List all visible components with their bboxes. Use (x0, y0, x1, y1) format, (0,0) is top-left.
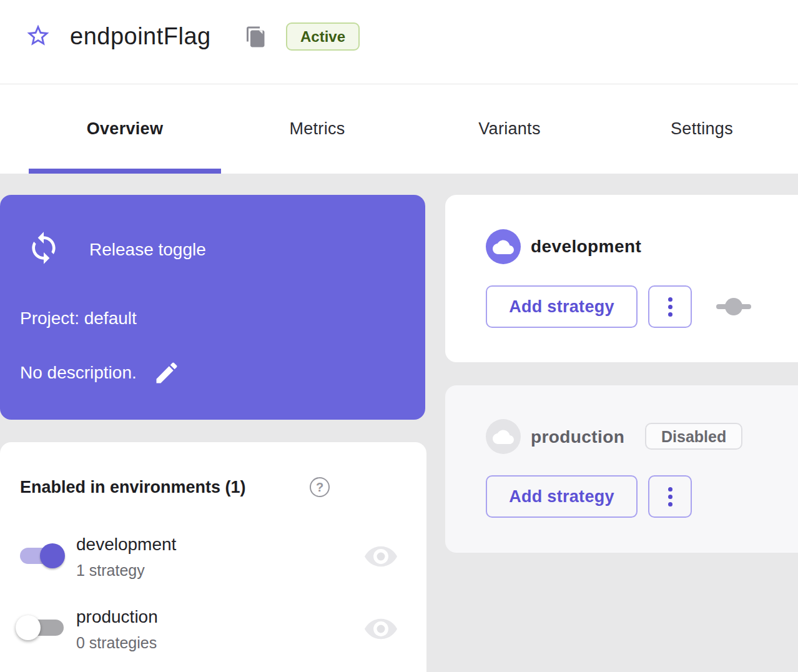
environment-name: development (531, 235, 641, 258)
tab-variants[interactable]: Variants (413, 84, 606, 174)
tab-bar: Overview Metrics Variants Settings (0, 84, 798, 174)
tab-settings[interactable]: Settings (606, 84, 798, 174)
tab-metrics[interactable]: Metrics (221, 84, 413, 174)
flag-summary-card: Release toggle Project: default No descr… (0, 195, 425, 420)
add-strategy-button-production[interactable]: Add strategy (486, 475, 638, 518)
environment-menu-button-development[interactable] (648, 285, 692, 328)
toggle-row-name: development (76, 533, 176, 556)
environment-card-production: production Disabled Add strategy (445, 385, 798, 553)
description-label: No description. (20, 362, 137, 384)
strategy-slider-icon (716, 298, 751, 315)
enabled-environments-card: Enabled in environments (1) ? developmen… (0, 442, 426, 672)
add-strategy-button-development[interactable]: Add strategy (486, 285, 638, 328)
flag-type-label: Release toggle (89, 239, 206, 261)
tab-metrics-label: Metrics (289, 119, 345, 139)
tab-settings-label: Settings (671, 119, 733, 139)
pencil-icon (153, 359, 180, 387)
tab-overview[interactable]: Overview (29, 84, 221, 174)
environment-name: production (531, 426, 624, 448)
tab-overview-label: Overview (87, 119, 163, 139)
enabled-environments-title: Enabled in environments (1) (20, 475, 246, 500)
kebab-icon (668, 487, 672, 492)
kebab-icon (668, 297, 672, 302)
project-label: Project: default (20, 307, 137, 330)
environment-card-development: development Add strategy (445, 195, 798, 362)
content-copy-icon (245, 25, 267, 49)
help-icon[interactable]: ? (310, 477, 330, 497)
disabled-badge: Disabled (645, 423, 742, 450)
edit-description-button[interactable] (153, 359, 180, 387)
status-badge: Active (286, 22, 360, 51)
copy-name-icon[interactable] (245, 25, 267, 49)
toggle-row-strategies: 0 strategies (76, 633, 157, 652)
cloud-icon (486, 419, 521, 454)
toggle-row-strategies: 1 strategy (76, 561, 145, 580)
content-area: Release toggle Project: default No descr… (0, 174, 798, 672)
visibility-eye-icon-production[interactable] (365, 617, 397, 641)
page-header: endpointFlag Active (0, 0, 798, 84)
star-outline-icon (25, 22, 51, 49)
favorite-star-icon[interactable] (25, 22, 51, 49)
environment-menu-button-production[interactable] (648, 475, 692, 518)
release-toggle-loop-icon (26, 227, 61, 271)
visibility-eye-icon-development[interactable] (365, 545, 397, 568)
cloud-icon (486, 229, 521, 264)
tab-variants-label: Variants (478, 119, 540, 139)
toggle-row-name: production (76, 606, 158, 628)
page-title: endpointFlag (70, 21, 211, 51)
active-tab-indicator (29, 169, 221, 174)
